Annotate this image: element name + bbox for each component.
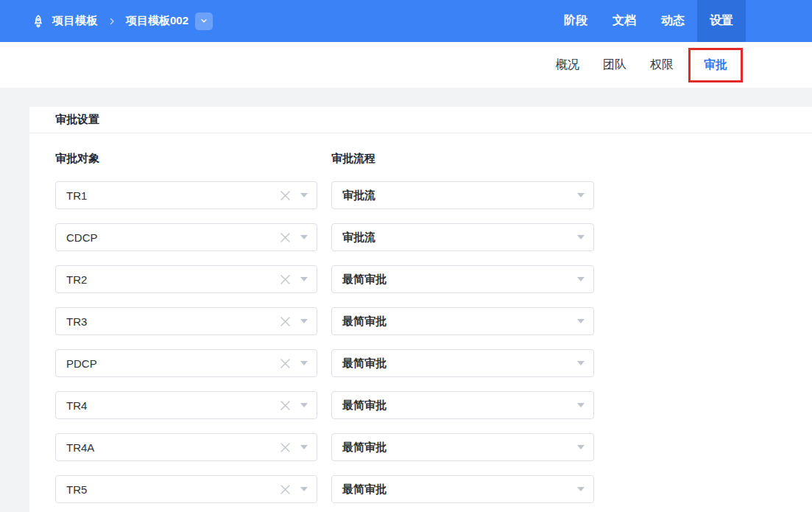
- approval-object-select[interactable]: TR4: [55, 391, 317, 419]
- approval-row: TR4 最简审批: [55, 391, 812, 419]
- column-headers: 审批对象 审批流程: [29, 152, 812, 166]
- panel-header: 审批设置: [29, 107, 812, 133]
- breadcrumb: 项目模板 项目模板002: [0, 0, 213, 42]
- select-value: 审批流: [342, 231, 375, 245]
- navbar-menu: 阶段 文档 动态 设置: [551, 0, 746, 42]
- select-value: 审批流: [342, 189, 375, 203]
- select-value: 最简审批: [342, 441, 386, 455]
- approval-flow-select[interactable]: 最简审批: [331, 433, 594, 461]
- caret-down-icon: [577, 361, 585, 365]
- x-clear-icon[interactable]: [280, 316, 291, 327]
- tab-team[interactable]: 团队: [591, 57, 638, 73]
- caret-down-icon: [577, 487, 585, 491]
- select-value: CDCP: [66, 231, 98, 244]
- approval-flow-select[interactable]: 最简审批: [331, 307, 594, 335]
- approval-object-select[interactable]: PDCP: [55, 349, 317, 377]
- select-value: TR4: [66, 399, 87, 412]
- approval-flow-select[interactable]: 审批流: [331, 181, 594, 209]
- select-value: 最简审批: [342, 357, 386, 371]
- approval-flow-select[interactable]: 最简审批: [331, 265, 594, 293]
- x-clear-icon[interactable]: [280, 442, 291, 453]
- select-value: 最简审批: [342, 399, 386, 413]
- caret-down-icon: [577, 193, 585, 197]
- caret-down-icon: [300, 319, 308, 323]
- approval-object-select[interactable]: CDCP: [55, 223, 317, 251]
- x-clear-icon[interactable]: [280, 484, 291, 495]
- select-value: 最简审批: [342, 315, 386, 329]
- tab-permissions[interactable]: 权限: [638, 57, 685, 73]
- caret-down-icon: [300, 403, 308, 407]
- settings-tabbar: 概况 团队 权限 审批: [0, 42, 812, 88]
- approval-row: PDCP 最简审批: [55, 349, 812, 377]
- caret-down-icon: [300, 277, 308, 281]
- caret-down-icon: [577, 319, 585, 323]
- nav-item-stages[interactable]: 阶段: [551, 0, 600, 42]
- caret-down-icon: [577, 277, 585, 281]
- caret-down-icon: [300, 235, 308, 239]
- nav-item-documents[interactable]: 文档: [600, 0, 649, 42]
- nav-item-settings[interactable]: 设置: [697, 0, 746, 42]
- approval-object-select[interactable]: TR5: [55, 475, 317, 503]
- approval-row: TR5 最简审批: [55, 475, 812, 503]
- x-clear-icon[interactable]: [280, 232, 291, 243]
- approval-rows: TR1 审批流 CDCP 审批流: [29, 181, 812, 503]
- rocket-icon: [31, 14, 46, 29]
- nav-item-activity[interactable]: 动态: [649, 0, 697, 42]
- select-value: TR5: [66, 483, 87, 496]
- caret-down-icon: [577, 235, 585, 239]
- select-value: 最简审批: [342, 273, 386, 287]
- approval-flow-select[interactable]: 最简审批: [331, 475, 594, 503]
- caret-down-icon: [300, 361, 308, 365]
- caret-down-icon: [300, 487, 308, 491]
- approval-row: TR1 审批流: [55, 181, 812, 209]
- caret-down-icon: [577, 403, 585, 407]
- approval-object-select[interactable]: TR3: [55, 307, 317, 335]
- caret-down-icon: [300, 445, 308, 449]
- top-navbar: 项目模板 项目模板002 阶段 文档 动态 设置: [0, 0, 812, 42]
- approval-row: TR2 最简审批: [55, 265, 812, 293]
- approval-flow-select[interactable]: 最简审批: [331, 391, 594, 419]
- approval-object-select[interactable]: TR4A: [55, 433, 317, 461]
- x-clear-icon[interactable]: [280, 274, 291, 285]
- breadcrumb-root[interactable]: 项目模板: [52, 14, 98, 28]
- column-label-flow: 审批流程: [331, 152, 375, 166]
- approval-row: TR4A 最简审批: [55, 433, 812, 461]
- x-clear-icon[interactable]: [280, 358, 291, 369]
- panel-title: 审批设置: [55, 113, 99, 127]
- select-value: TR4A: [66, 441, 94, 454]
- project-switcher-button[interactable]: [195, 13, 213, 30]
- chevron-down-icon: [200, 15, 208, 28]
- select-value: TR1: [66, 189, 87, 202]
- approval-flow-select[interactable]: 审批流: [331, 223, 594, 251]
- caret-down-icon: [577, 445, 585, 449]
- approval-flow-select[interactable]: 最简审批: [331, 349, 594, 377]
- caret-down-icon: [300, 193, 308, 197]
- select-value: PDCP: [66, 357, 97, 370]
- approval-settings-panel: 审批设置 审批对象 审批流程 TR1 审批流 CDCP: [29, 107, 812, 512]
- tab-approval[interactable]: 审批: [688, 48, 743, 83]
- approval-row: TR3 最简审批: [55, 307, 812, 335]
- x-clear-icon[interactable]: [280, 400, 291, 411]
- approval-object-select[interactable]: TR2: [55, 265, 317, 293]
- breadcrumb-current[interactable]: 项目模板002: [126, 14, 188, 28]
- approval-object-select[interactable]: TR1: [55, 181, 317, 209]
- select-value: 最简审批: [342, 483, 386, 497]
- column-label-object: 审批对象: [55, 152, 331, 166]
- select-value: TR3: [66, 315, 87, 328]
- x-clear-icon[interactable]: [280, 190, 291, 201]
- chevron-right-icon: [107, 17, 116, 26]
- approval-row: CDCP 审批流: [55, 223, 812, 251]
- tab-overview[interactable]: 概况: [544, 57, 591, 73]
- select-value: TR2: [66, 273, 87, 286]
